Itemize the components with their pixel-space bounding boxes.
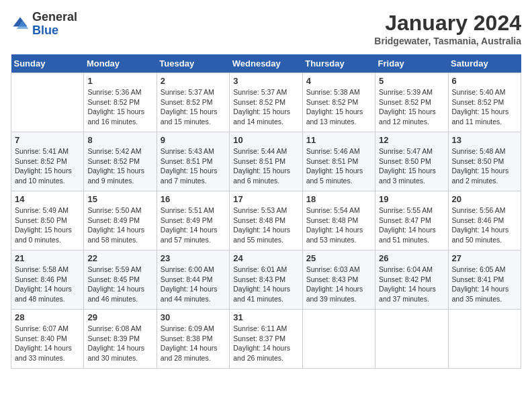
- calendar-cell: 1Sunrise: 5:36 AMSunset: 8:52 PMDaylight…: [84, 73, 157, 132]
- week-row-5: 28Sunrise: 6:07 AMSunset: 8:40 PMDayligh…: [11, 310, 521, 369]
- day-number: 29: [87, 312, 152, 322]
- day-info: Sunrise: 5:51 AMSunset: 8:49 PMDaylight:…: [161, 205, 226, 245]
- calendar-cell: [302, 310, 375, 369]
- day-info: Sunrise: 5:42 AMSunset: 8:52 PMDaylight:…: [87, 146, 152, 186]
- calendar-cell: 12Sunrise: 5:47 AMSunset: 8:50 PMDayligh…: [375, 132, 448, 191]
- day-info: Sunrise: 5:59 AMSunset: 8:45 PMDaylight:…: [87, 265, 152, 304]
- day-number: 7: [15, 135, 80, 145]
- day-number: 23: [161, 253, 226, 263]
- day-info: Sunrise: 5:47 AMSunset: 8:50 PMDaylight:…: [379, 146, 444, 186]
- day-number: 10: [233, 135, 298, 145]
- day-info: Sunrise: 6:08 AMSunset: 8:39 PMDaylight:…: [87, 324, 152, 363]
- day-number: 27: [452, 253, 517, 263]
- calendar-cell: 21Sunrise: 5:58 AMSunset: 8:46 PMDayligh…: [11, 250, 84, 310]
- day-info: Sunrise: 5:37 AMSunset: 8:52 PMDaylight:…: [233, 87, 298, 127]
- weekday-header-tuesday: Tuesday: [157, 54, 229, 73]
- day-number: 30: [161, 312, 226, 322]
- day-info: Sunrise: 5:55 AMSunset: 8:47 PMDaylight:…: [379, 205, 444, 245]
- day-number: 24: [233, 253, 298, 263]
- calendar-cell: 9Sunrise: 5:43 AMSunset: 8:51 PMDaylight…: [157, 132, 229, 191]
- week-row-4: 21Sunrise: 5:58 AMSunset: 8:46 PMDayligh…: [11, 250, 521, 310]
- calendar-cell: 31Sunrise: 6:11 AMSunset: 8:37 PMDayligh…: [230, 310, 302, 369]
- day-info: Sunrise: 5:44 AMSunset: 8:51 PMDaylight:…: [233, 146, 298, 186]
- day-info: Sunrise: 5:53 AMSunset: 8:48 PMDaylight:…: [233, 205, 298, 245]
- day-info: Sunrise: 5:43 AMSunset: 8:51 PMDaylight:…: [161, 146, 226, 186]
- calendar-cell: 11Sunrise: 5:46 AMSunset: 8:51 PMDayligh…: [302, 132, 375, 191]
- day-info: Sunrise: 6:04 AMSunset: 8:42 PMDaylight:…: [379, 265, 444, 304]
- day-number: 20: [452, 194, 517, 204]
- day-number: 16: [161, 194, 226, 204]
- weekday-header-saturday: Saturday: [448, 54, 521, 73]
- day-info: Sunrise: 5:50 AMSunset: 8:49 PMDaylight:…: [87, 205, 152, 245]
- day-number: 26: [379, 253, 444, 263]
- day-info: Sunrise: 6:05 AMSunset: 8:41 PMDaylight:…: [452, 265, 517, 304]
- day-info: Sunrise: 5:36 AMSunset: 8:52 PMDaylight:…: [87, 87, 152, 127]
- day-info: Sunrise: 5:58 AMSunset: 8:46 PMDaylight:…: [15, 265, 80, 304]
- day-number: 1: [87, 76, 152, 86]
- calendar-cell: [11, 73, 84, 132]
- week-row-3: 14Sunrise: 5:49 AMSunset: 8:50 PMDayligh…: [11, 191, 521, 250]
- day-number: 5: [379, 76, 444, 86]
- day-number: 17: [233, 194, 298, 204]
- calendar-cell: 20Sunrise: 5:56 AMSunset: 8:46 PMDayligh…: [448, 191, 521, 250]
- day-info: Sunrise: 5:48 AMSunset: 8:50 PMDaylight:…: [452, 146, 517, 186]
- day-info: Sunrise: 6:07 AMSunset: 8:40 PMDaylight:…: [15, 324, 80, 363]
- calendar-cell: 7Sunrise: 5:41 AMSunset: 8:52 PMDaylight…: [11, 132, 84, 191]
- calendar-cell: 8Sunrise: 5:42 AMSunset: 8:52 PMDaylight…: [84, 132, 157, 191]
- day-number: 28: [15, 312, 80, 322]
- day-info: Sunrise: 5:38 AMSunset: 8:52 PMDaylight:…: [306, 87, 371, 127]
- calendar-cell: [375, 310, 448, 369]
- calendar-cell: 4Sunrise: 5:38 AMSunset: 8:52 PMDaylight…: [302, 73, 375, 132]
- day-info: Sunrise: 6:01 AMSunset: 8:43 PMDaylight:…: [233, 265, 298, 304]
- day-info: Sunrise: 5:41 AMSunset: 8:52 PMDaylight:…: [15, 146, 80, 186]
- weekday-header-monday: Monday: [84, 54, 157, 73]
- logo-text: General Blue: [32, 11, 77, 38]
- day-number: 19: [379, 194, 444, 204]
- day-info: Sunrise: 6:00 AMSunset: 8:44 PMDaylight:…: [161, 265, 226, 304]
- day-number: 14: [15, 194, 80, 204]
- title-block: January 2024 Bridgewater, Tasmania, Aust…: [374, 11, 521, 46]
- day-info: Sunrise: 5:39 AMSunset: 8:52 PMDaylight:…: [379, 87, 444, 127]
- day-number: 13: [452, 135, 517, 145]
- calendar-cell: 19Sunrise: 5:55 AMSunset: 8:47 PMDayligh…: [375, 191, 448, 250]
- week-row-1: 1Sunrise: 5:36 AMSunset: 8:52 PMDaylight…: [11, 73, 521, 132]
- calendar-cell: 17Sunrise: 5:53 AMSunset: 8:48 PMDayligh…: [230, 191, 302, 250]
- calendar-cell: 18Sunrise: 5:54 AMSunset: 8:48 PMDayligh…: [302, 191, 375, 250]
- logo-icon: [11, 15, 30, 34]
- calendar-cell: 26Sunrise: 6:04 AMSunset: 8:42 PMDayligh…: [375, 250, 448, 310]
- day-info: Sunrise: 5:54 AMSunset: 8:48 PMDaylight:…: [306, 205, 371, 245]
- day-number: 18: [306, 194, 371, 204]
- day-number: 21: [15, 253, 80, 263]
- weekday-header-wednesday: Wednesday: [230, 54, 302, 73]
- calendar-cell: 30Sunrise: 6:09 AMSunset: 8:38 PMDayligh…: [157, 310, 229, 369]
- day-info: Sunrise: 5:37 AMSunset: 8:52 PMDaylight:…: [161, 87, 226, 127]
- calendar-cell: 27Sunrise: 6:05 AMSunset: 8:41 PMDayligh…: [448, 250, 521, 310]
- calendar-cell: 29Sunrise: 6:08 AMSunset: 8:39 PMDayligh…: [84, 310, 157, 369]
- day-number: 12: [379, 135, 444, 145]
- week-row-2: 7Sunrise: 5:41 AMSunset: 8:52 PMDaylight…: [11, 132, 521, 191]
- day-number: 3: [233, 76, 298, 86]
- day-info: Sunrise: 6:03 AMSunset: 8:43 PMDaylight:…: [306, 265, 371, 304]
- page-header: General Blue January 2024 Bridgewater, T…: [11, 11, 521, 46]
- weekday-header-row: SundayMondayTuesdayWednesdayThursdayFrid…: [11, 54, 521, 73]
- month-title: January 2024: [374, 11, 521, 36]
- calendar-cell: 6Sunrise: 5:40 AMSunset: 8:52 PMDaylight…: [448, 73, 521, 132]
- calendar-table: SundayMondayTuesdayWednesdayThursdayFrid…: [11, 54, 521, 369]
- calendar-cell: 28Sunrise: 6:07 AMSunset: 8:40 PMDayligh…: [11, 310, 84, 369]
- day-info: Sunrise: 5:56 AMSunset: 8:46 PMDaylight:…: [452, 205, 517, 245]
- location: Bridgewater, Tasmania, Australia: [374, 36, 521, 46]
- weekday-header-thursday: Thursday: [302, 54, 375, 73]
- calendar-cell: 5Sunrise: 5:39 AMSunset: 8:52 PMDaylight…: [375, 73, 448, 132]
- calendar-cell: 25Sunrise: 6:03 AMSunset: 8:43 PMDayligh…: [302, 250, 375, 310]
- calendar-cell: 23Sunrise: 6:00 AMSunset: 8:44 PMDayligh…: [157, 250, 229, 310]
- day-info: Sunrise: 6:11 AMSunset: 8:37 PMDaylight:…: [233, 324, 298, 363]
- day-number: 25: [306, 253, 371, 263]
- day-number: 9: [161, 135, 226, 145]
- day-number: 4: [306, 76, 371, 86]
- day-info: Sunrise: 5:46 AMSunset: 8:51 PMDaylight:…: [306, 146, 371, 186]
- logo-general: General: [32, 10, 77, 24]
- day-number: 11: [306, 135, 371, 145]
- calendar-cell: 22Sunrise: 5:59 AMSunset: 8:45 PMDayligh…: [84, 250, 157, 310]
- calendar-cell: 3Sunrise: 5:37 AMSunset: 8:52 PMDaylight…: [230, 73, 302, 132]
- day-number: 31: [233, 312, 298, 322]
